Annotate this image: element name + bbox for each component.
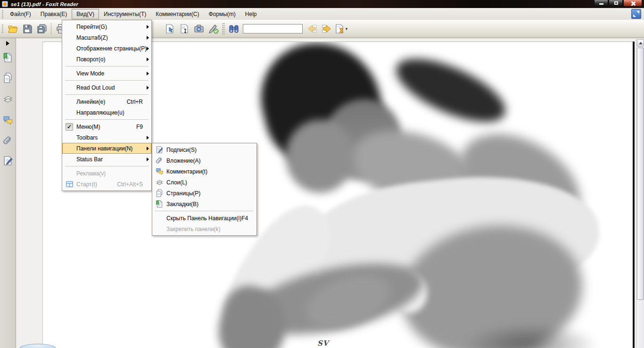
bookmarks-icon	[156, 200, 164, 208]
find-button[interactable]	[226, 22, 241, 36]
save-all-button[interactable]	[34, 22, 49, 36]
menu-item-read-out-loud[interactable]: Read Out Loud	[62, 82, 151, 93]
pen-check-icon	[208, 24, 219, 34]
submenu-item-attachments[interactable]: Вложение(A)	[152, 155, 256, 166]
full-search-button[interactable]: ▾	[334, 22, 348, 36]
snapshot-button[interactable]	[191, 22, 206, 36]
save-button[interactable]	[20, 22, 34, 36]
menu-file[interactable]: Файл(F)	[5, 9, 36, 19]
save-all-icon	[37, 24, 47, 34]
submenu-item-signatures[interactable]: Подписи(S)	[152, 144, 256, 155]
menu-bar: Файл(F) Правка(Е) Вид(V) Инструменты(Т) …	[0, 8, 644, 20]
menu-separator	[65, 80, 149, 81]
menu-view[interactable]: Вид(V)	[72, 9, 99, 19]
menu-item-toolbars[interactable]: Toolbars	[62, 132, 151, 143]
menu-item-ads: Реклама(v)	[62, 168, 151, 179]
minimize-icon	[599, 3, 603, 5]
menu-separator	[65, 66, 149, 66]
sidebar-signature-button[interactable]	[3, 156, 13, 166]
find-next-button[interactable]	[319, 22, 334, 36]
menu-item-navigation-panels[interactable]: Панели навигации(N)	[62, 143, 151, 154]
sidebar-bookmarks-button[interactable]	[3, 52, 13, 63]
foxit-reader-window: se1 (13).pdf - Foxit Reader Файл(F) Прав…	[0, 0, 644, 348]
submenu-item-bookmarks[interactable]: Закладки(B)	[152, 199, 256, 209]
menu-item-menu-bar[interactable]: ✓Меню(M)F9	[62, 121, 151, 132]
foxit-app-icon	[2, 1, 8, 7]
select-text-button[interactable]	[177, 22, 191, 36]
toolbar-separator	[51, 23, 51, 35]
navigation-panels-submenu: Подписи(S) Вложение(A) Комментарии(t) Сл…	[152, 143, 257, 236]
search-input[interactable]	[243, 24, 303, 33]
menu-item-start: Старт(t)Ctrl+Alt+S	[62, 179, 151, 190]
submenu-item-layers[interactable]: Слои(L)	[152, 177, 256, 188]
layers-icon	[156, 178, 164, 186]
window-title: se1 (13).pdf - Foxit Reader	[11, 1, 78, 7]
menu-forms[interactable]: Формы(m)	[204, 9, 240, 19]
start-icon	[66, 180, 74, 188]
menu-item-goto[interactable]: Перейти(G)	[62, 21, 151, 32]
menu-item-status-bar[interactable]: Status Bar	[62, 154, 151, 165]
submenu-item-dock-panels: Закрепить панели(k)	[152, 224, 256, 234]
select-text-icon	[179, 24, 190, 34]
select-annotation-button[interactable]	[162, 22, 177, 36]
save-icon	[22, 24, 33, 34]
menu-help[interactable]: Help	[240, 9, 262, 19]
expand-panel-button[interactable]	[3, 40, 12, 47]
previous-result-icon	[307, 24, 317, 34]
search-options-icon	[335, 24, 345, 34]
scroll-up-icon	[639, 42, 643, 44]
menu-item-guides[interactable]: Направляющие(u)	[62, 107, 151, 118]
scroll-up-button[interactable]	[637, 39, 644, 47]
toolbar-grip[interactable]	[1, 25, 4, 33]
open-folder-icon	[8, 24, 18, 34]
signature-icon	[3, 156, 13, 166]
menu-item-page-display[interactable]: Отображение страницы(P)	[62, 43, 151, 54]
attachment-icon	[3, 135, 13, 146]
find-toolbar-grip[interactable]	[222, 23, 225, 35]
expand-arrow-icon	[6, 41, 9, 46]
sidebar-pages-button[interactable]	[3, 73, 13, 83]
close-button[interactable]	[623, 0, 642, 7]
submenu-item-hide-panel[interactable]: Скрыть Панель Навигации(i)F4	[152, 213, 256, 224]
next-result-icon	[322, 24, 332, 34]
menu-item-rulers[interactable]: Линейки(е)Ctrl+R	[62, 96, 151, 107]
menu-edit[interactable]: Правка(Е)	[36, 9, 72, 19]
checkmark-icon: ✓	[66, 123, 73, 131]
sidebar-comments-button[interactable]	[3, 115, 13, 125]
restore-icon	[614, 1, 618, 5]
sign-document-button[interactable]	[206, 22, 221, 36]
navigation-panel-strip	[0, 38, 16, 348]
scrollbar-thumb[interactable]	[637, 48, 644, 300]
menu-separator	[65, 119, 149, 120]
menu-comments[interactable]: Комментарии(С)	[151, 9, 204, 19]
pages-icon	[156, 189, 164, 197]
submenu-item-comments[interactable]: Комментарии(t)	[152, 166, 256, 177]
page-watermark: SV	[317, 339, 329, 348]
menu-item-view-mode[interactable]: View Mode	[62, 68, 151, 79]
submenu-item-pages[interactable]: Страницы(P)	[152, 188, 256, 199]
signature-icon	[156, 146, 164, 154]
layers-icon	[3, 94, 13, 104]
fullscreen-toggle-button[interactable]	[631, 9, 641, 19]
find-previous-button[interactable]	[305, 22, 319, 36]
vertical-scrollbar[interactable]	[636, 38, 644, 348]
select-annotation-icon	[165, 24, 175, 34]
sidebar-layers-button[interactable]	[3, 94, 13, 104]
bookmarks-icon	[3, 52, 13, 63]
menu-item-rotate[interactable]: Поворот(о)	[62, 54, 151, 65]
menubar-grip[interactable]	[1, 10, 4, 18]
menu-separator	[155, 211, 254, 211]
open-file-button[interactable]	[5, 22, 20, 36]
menu-separator	[65, 94, 149, 95]
sidebar-attachment-button[interactable]	[3, 135, 13, 146]
binoculars-icon	[229, 24, 239, 34]
minimize-button[interactable]	[594, 0, 608, 7]
attachment-icon	[156, 157, 164, 165]
menu-item-zoom[interactable]: Масштаб(Z)	[62, 32, 151, 43]
restore-button[interactable]	[609, 0, 623, 7]
comments-icon	[156, 167, 164, 175]
title-bar: se1 (13).pdf - Foxit Reader	[0, 0, 644, 8]
menu-tools[interactable]: Инструменты(Т)	[99, 9, 151, 19]
menu-separator	[65, 166, 149, 166]
pages-icon	[3, 73, 13, 83]
